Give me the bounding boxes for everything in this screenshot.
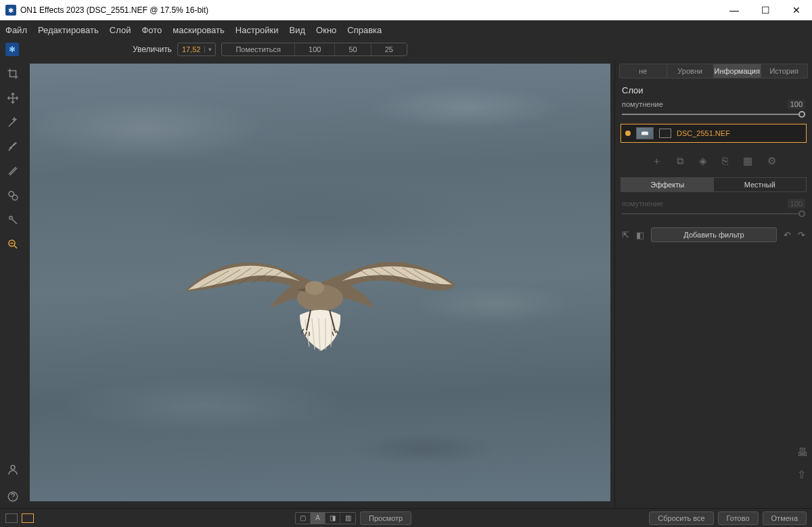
layer-actions: ＋ ⧉ ◈ ⎘ ▦ ⚙	[615, 143, 812, 177]
mode-effects[interactable]: Эффекты	[621, 178, 714, 191]
panel-tabs: не Уровни Информация История	[619, 64, 808, 78]
layer-settings-icon[interactable]: ⚙	[767, 155, 776, 168]
brand-icon[interactable]: ✱	[5, 43, 19, 56]
mode-tabs: Эффекты Местный	[621, 177, 807, 192]
crop-tool-icon[interactable]	[5, 66, 20, 81]
zoom-toolbar: ✱ Увеличить 17,52 ▾ Поместиться 100 50 2…	[0, 39, 812, 60]
menu-mask[interactable]: маскировать	[173, 25, 225, 35]
menu-help[interactable]: Справка	[347, 25, 382, 35]
share-icon[interactable]: ⇧	[797, 468, 808, 481]
preview-button[interactable]: Просмотр	[360, 511, 411, 525]
titlebar: ✱ ON1 Effects 2023 (DSC_2551.NEF @ 17.5%…	[0, 0, 812, 20]
view-single-icon[interactable]: ▢	[296, 513, 311, 524]
svg-point-4	[11, 465, 15, 469]
compare-on-icon[interactable]	[22, 513, 34, 523]
layer-thumbnail	[636, 127, 654, 139]
bottom-bar: ▢ A ◨ ▥ Просмотр Сбросить все Готово Отм…	[0, 508, 812, 527]
layers-title: Слои	[615, 78, 812, 99]
menu-settings[interactable]: Настройки	[235, 25, 279, 35]
svg-point-2	[9, 216, 13, 220]
menu-view[interactable]: Вид	[290, 25, 306, 35]
close-button[interactable]: ✕	[781, 0, 812, 20]
help-icon[interactable]	[5, 489, 20, 504]
layer-visibility-icon[interactable]	[625, 131, 631, 136]
layer-opacity-value[interactable]: 100	[788, 99, 805, 109]
layer-name: DSC_2551.NEF	[677, 129, 730, 137]
compare-off-icon[interactable]	[5, 513, 18, 523]
undo-filter-icon[interactable]: ↶	[784, 230, 791, 240]
print-icon[interactable]: 🖶	[797, 446, 808, 459]
bird-illustration	[164, 203, 476, 392]
layer-opacity-label: помутнение	[622, 100, 784, 108]
svg-point-7	[305, 281, 324, 294]
duplicate-layer-icon[interactable]: ⧉	[677, 155, 684, 168]
gradient-tool-icon[interactable]	[5, 164, 20, 179]
cancel-button[interactable]: Отмена	[763, 511, 807, 525]
zoom-100[interactable]: 100	[295, 43, 335, 55]
zoom-presets: Поместиться 100 50 25	[221, 43, 407, 56]
menubar: Файл Редактировать Слой Фото маскировать…	[0, 20, 812, 39]
tab-history[interactable]: История	[761, 64, 808, 78]
zoom-tool-icon[interactable]	[5, 237, 20, 252]
layer-mask-icon[interactable]	[659, 129, 671, 138]
clone-tool-icon[interactable]	[5, 188, 20, 203]
copy-layer-icon[interactable]: ⎘	[722, 155, 728, 168]
merge-layer-icon[interactable]: ◈	[699, 155, 707, 168]
tab-levels[interactable]: Уровни	[667, 64, 715, 78]
right-panel: ✺ не Уровни Информация История Слои пому…	[614, 60, 812, 508]
svg-point-1	[12, 195, 18, 200]
done-button[interactable]: Готово	[718, 511, 759, 525]
menu-file[interactable]: Файл	[5, 25, 27, 35]
redo-filter-icon[interactable]: ↷	[798, 230, 805, 240]
wand-tool-icon[interactable]	[5, 115, 20, 130]
blend-layer-icon[interactable]: ▦	[743, 155, 752, 168]
canvas-area[interactable]	[26, 60, 614, 508]
image-canvas[interactable]	[30, 64, 610, 501]
layer-opacity-slider[interactable]	[622, 112, 805, 117]
effects-opacity-value: 100	[788, 199, 805, 208]
menu-photo[interactable]: Фото	[141, 25, 162, 35]
effects-opacity-slider	[622, 211, 805, 216]
reset-button[interactable]: Сбросить все	[649, 511, 713, 525]
mode-local[interactable]: Местный	[714, 178, 807, 191]
user-icon[interactable]	[5, 462, 20, 477]
mask-toggle-icon[interactable]: ◧	[636, 230, 644, 240]
maximize-button[interactable]: ☐	[750, 0, 781, 20]
view-split-b-icon[interactable]: ◨	[325, 513, 340, 524]
add-filter-button[interactable]: Добавить фильтр	[651, 227, 777, 242]
zoom-25[interactable]: 25	[371, 43, 407, 55]
move-tool-icon[interactable]	[5, 91, 20, 106]
tab-info[interactable]: Информация	[714, 64, 761, 78]
left-toolbar	[0, 60, 26, 508]
view-split-a-icon[interactable]: A	[311, 513, 325, 524]
tab-nav[interactable]: не	[620, 64, 667, 78]
zoom-value: 17,52	[178, 45, 205, 53]
add-layer-icon[interactable]: ＋	[652, 155, 662, 168]
zoom-50[interactable]: 50	[335, 43, 371, 55]
zoom-value-box[interactable]: 17,52 ▾	[177, 43, 217, 56]
menu-edit[interactable]: Редактировать	[38, 25, 99, 35]
zoom-label: Увеличить	[133, 45, 172, 54]
effects-opacity-label: помутнение	[622, 200, 784, 208]
view-mode-segment: ▢ A ◨ ▥	[295, 512, 356, 524]
app-icon: ✱	[5, 5, 16, 16]
brush-tool-icon[interactable]	[5, 139, 20, 154]
export-icon[interactable]: ⇱	[622, 230, 629, 240]
zoom-fit[interactable]: Поместиться	[222, 43, 295, 55]
window-title: ON1 Effects 2023 (DSC_2551.NEF @ 17.5% 1…	[20, 5, 208, 15]
menu-window[interactable]: Окно	[316, 25, 336, 35]
zoom-dropdown-icon[interactable]: ▾	[204, 46, 215, 53]
menu-layer[interactable]: Слой	[110, 25, 131, 35]
minimize-button[interactable]: —	[719, 0, 750, 20]
layer-item[interactable]: DSC_2551.NEF	[621, 124, 807, 143]
view-grid-icon[interactable]: ▥	[340, 513, 355, 524]
adjust-tool-icon[interactable]	[5, 212, 20, 227]
